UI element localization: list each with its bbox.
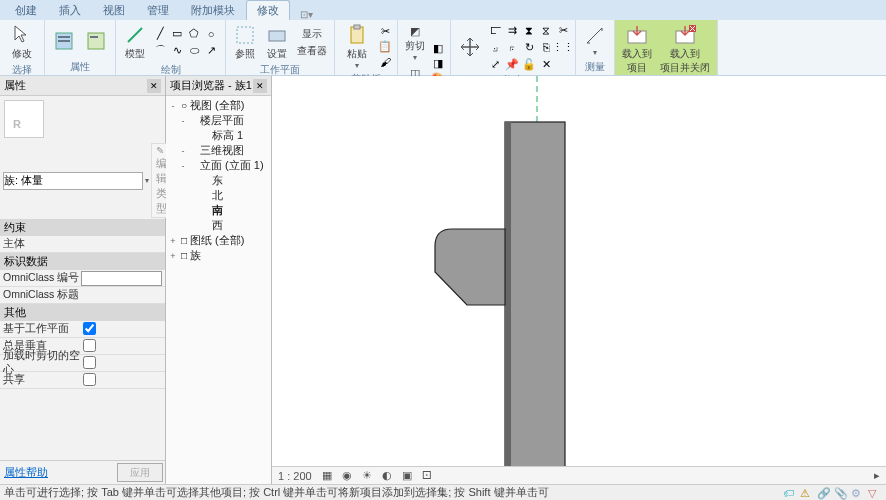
delete-button[interactable]: ✕ (538, 56, 554, 72)
tree-node[interactable]: -○视图 (全部) (166, 98, 271, 113)
apply-button[interactable]: 应用 (117, 463, 163, 482)
mirror-draw-button[interactable]: ⧖ (538, 22, 554, 38)
viewer-button[interactable]: 查看器 (294, 43, 330, 59)
detail-level-button[interactable]: ▦ (322, 469, 332, 482)
svg-text:R: R (13, 118, 21, 130)
tree-node[interactable]: -楼层平面 (166, 113, 271, 128)
tab-addins[interactable]: 附加模块 (180, 0, 246, 20)
vertical-checkbox[interactable] (83, 339, 96, 352)
family-type-selector[interactable] (3, 172, 143, 190)
other-section: 其他 (0, 304, 165, 321)
svg-rect-16 (505, 122, 511, 482)
load-close-icon (673, 23, 697, 47)
tab-modify[interactable]: 修改 (246, 0, 290, 20)
identity-section: 标识数据 (0, 253, 165, 270)
properties-title: 属性 (4, 78, 26, 93)
omni-num-input[interactable] (81, 271, 162, 286)
tree-node[interactable]: 西 (166, 218, 271, 233)
tab-manage[interactable]: 管理 (136, 0, 180, 20)
type-props-button[interactable] (81, 28, 111, 54)
model-line-button[interactable]: 模型 (120, 22, 150, 62)
nav-right: ▸ (874, 469, 880, 482)
set-plane-button[interactable]: 设置 (262, 22, 292, 62)
status-icon-5[interactable]: ⚙ (851, 487, 865, 499)
tree-node[interactable]: 东 (166, 173, 271, 188)
project-tree: -○视图 (全部)-楼层平面标高 1-三维视图-立面 (立面 1)东北南西+□图… (166, 96, 271, 265)
status-icon-2[interactable]: ⚠ (800, 487, 814, 499)
split-button[interactable]: ✂ (555, 22, 571, 38)
hide-button[interactable]: ⚀ (422, 469, 432, 482)
cut-clip-button[interactable]: 📋 (377, 40, 393, 54)
status-icon-4[interactable]: 📎 (834, 487, 848, 499)
polygon-tool[interactable]: ⬠ (186, 26, 202, 42)
voidcut-checkbox[interactable] (83, 356, 96, 369)
trim-button[interactable]: ⟓ (487, 39, 503, 55)
array-button[interactable]: ⋮⋮ (555, 39, 571, 55)
offset-button[interactable]: ⇉ (504, 22, 520, 38)
load-close-button[interactable]: 载入到项目并关闭 (657, 22, 713, 76)
tree-node[interactable]: -立面 (立面 1) (166, 158, 271, 173)
svg-rect-8 (354, 25, 360, 29)
shadows-button[interactable]: ◐ (382, 469, 392, 482)
status-icon-1[interactable]: 🏷 (783, 487, 797, 499)
align-button[interactable]: ⫍ (487, 22, 503, 38)
spline-tool[interactable]: ∿ (169, 43, 185, 59)
status-icon-6[interactable]: ▽ (868, 487, 882, 499)
show-plane-button[interactable]: 显示 (294, 26, 330, 42)
tree-node[interactable]: -三维视图 (166, 143, 271, 158)
svg-rect-5 (237, 27, 253, 43)
properties-panel: 属性 ✕ R ▾ ✎ 编辑类型 约束 主体 标识数据 OmniClass 编号 … (0, 76, 166, 484)
scale-display[interactable]: 1 : 200 (278, 470, 312, 482)
tree-node[interactable]: +□族 (166, 248, 271, 263)
sun-path-button[interactable]: ☀ (362, 469, 372, 482)
workplane-checkbox[interactable] (83, 322, 96, 335)
props-help-link[interactable]: 属性帮助 (2, 463, 115, 482)
measure-button[interactable]: ▾ (580, 23, 610, 58)
properties-close-button[interactable]: ✕ (147, 79, 161, 93)
ribbon-group-workplane: 参照 设置 显示 查看器 工作平面 (226, 20, 335, 75)
omni-title-label: OmniClass 标题 (3, 288, 81, 302)
arc-tool[interactable]: ⌒ (152, 43, 168, 59)
cope-button[interactable]: ◧ (430, 42, 446, 56)
modify-button[interactable]: 修改 (4, 22, 40, 62)
tab-view[interactable]: 视图 (92, 0, 136, 20)
circle-tool[interactable]: ○ (203, 26, 219, 42)
match-button[interactable]: 🖌 (377, 55, 393, 69)
rotate-button[interactable]: ↻ (521, 39, 537, 55)
paste-icon (345, 23, 369, 47)
paste-button[interactable]: 粘贴▾ (339, 22, 375, 71)
scale-button[interactable]: ⤢ (487, 56, 503, 72)
tab-context-icon[interactable]: ⊡▾ (300, 9, 313, 20)
split-face-button[interactable]: ◨ (430, 57, 446, 71)
drawing-canvas[interactable]: 1 : 200 ▦ ◉ ☀ ◐ ▣ ⚀ ▸ (272, 76, 886, 484)
ellipse-tool[interactable]: ⬭ (186, 43, 202, 59)
crop-button[interactable]: ▣ (402, 469, 412, 482)
pick-tool[interactable]: ↗ (203, 43, 219, 59)
project-browser-panel: 项目浏览器 - 族1 ✕ -○视图 (全部)-楼层平面标高 1-三维视图-立面 … (166, 76, 272, 484)
properties-button[interactable] (49, 28, 79, 54)
tab-create[interactable]: 创建 (4, 0, 48, 20)
line-tool[interactable]: ╱ (152, 26, 168, 42)
visual-style-button[interactable]: ◉ (342, 469, 352, 482)
load-icon (625, 23, 649, 47)
tree-node[interactable]: 标高 1 (166, 128, 271, 143)
status-icon-3[interactable]: 🔗 (817, 487, 831, 499)
cut-geom-button[interactable]: ◩剪切▾ (402, 22, 428, 63)
svg-rect-4 (90, 36, 98, 38)
pin-button[interactable]: 📌 (504, 56, 520, 72)
unpin-button[interactable]: 🔓 (521, 56, 537, 72)
tree-node[interactable]: +□图纸 (全部) (166, 233, 271, 248)
load-project-button[interactable]: 载入到项目 (619, 22, 655, 76)
rect-tool[interactable]: ▭ (169, 26, 185, 42)
tree-node[interactable]: 南 (166, 203, 271, 218)
extend-button[interactable]: ⟔ (504, 39, 520, 55)
shared-checkbox[interactable] (83, 373, 96, 386)
tree-node[interactable]: 北 (166, 188, 271, 203)
move-button[interactable] (455, 34, 485, 60)
mirror-axis-button[interactable]: ⧗ (521, 22, 537, 38)
ref-plane-button[interactable]: 参照 (230, 22, 260, 62)
browser-close-button[interactable]: ✕ (253, 79, 267, 93)
copy-clip-button[interactable]: ✂ (377, 25, 393, 39)
tab-insert[interactable]: 插入 (48, 0, 92, 20)
draw-tools-grid: ╱ ▭ ⬠ ○ ⌒ ∿ ⬭ ↗ (152, 26, 219, 59)
